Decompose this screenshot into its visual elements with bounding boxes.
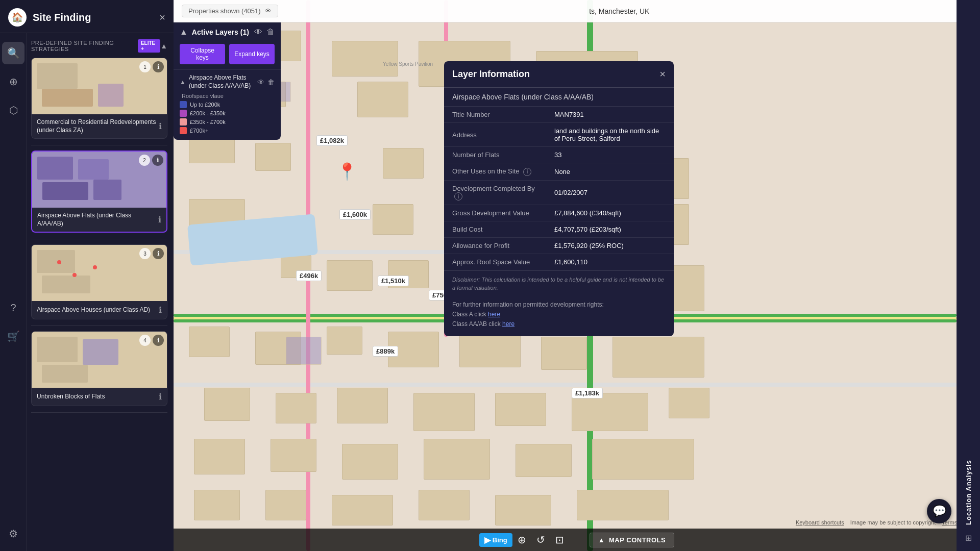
- bottom-bar: ▶ Bing ⊕ ↺ ⊡ ▲ MAP CONTROLS: [174, 529, 980, 551]
- sidebar-close-button[interactable]: ×: [159, 12, 165, 23]
- price-label: £1,082k: [316, 135, 348, 146]
- info-value-roof-value: £1,600,110: [546, 254, 674, 270]
- legend-label-3: £700k+: [190, 128, 208, 134]
- layers-panel-header[interactable]: ▲ Active Layers (1) 👁 🗑: [174, 22, 281, 42]
- right-tab-icon[interactable]: ⊞: [965, 533, 972, 543]
- sidebar-title: Site Finding: [33, 12, 153, 23]
- layers-buttons: Collapse keys Expand keys: [174, 42, 281, 69]
- info-label-num-flats: Number of Flats: [444, 147, 546, 163]
- map-pin[interactable]: 📍: [337, 162, 357, 181]
- section-header: Pre-defined site finding strategies ELIT…: [31, 39, 167, 53]
- logo-icon: 🏠: [12, 12, 23, 23]
- legend-label-0: Up to £200k: [190, 102, 220, 108]
- reset-view-button[interactable]: ↺: [531, 529, 550, 551]
- price-label: £889k: [373, 346, 398, 357]
- info-label-gdv: Gross Development Value: [444, 205, 546, 221]
- strategy-card-2[interactable]: 2 ℹ Airspace Above Flats (under Class A/…: [31, 151, 167, 233]
- info-value-other-uses: None: [546, 163, 674, 181]
- collapse-keys-button[interactable]: Collapse keys: [180, 44, 225, 64]
- top-bar: Properties shown (4051) 👁 ts, Manchester…: [174, 0, 980, 22]
- other-uses-info-icon[interactable]: i: [523, 168, 531, 176]
- legend-row-3: £700k+: [180, 127, 275, 134]
- class-a-link[interactable]: here: [488, 311, 500, 318]
- layer-info-subtitle: Airspace Above Flats (under Class A/AA/A…: [444, 88, 674, 107]
- class-aa-link[interactable]: here: [502, 320, 514, 328]
- keyboard-shortcuts-link[interactable]: Keyboard shortcuts: [796, 519, 844, 525]
- strategy-card-4[interactable]: 4 ℹ Unbroken Blocks of Flats ℹ: [31, 331, 167, 406]
- measure-button[interactable]: ⊡: [550, 529, 569, 551]
- layer-info-close-button[interactable]: ×: [659, 68, 666, 80]
- nav-help-icon[interactable]: ?: [2, 296, 24, 319]
- legend-color-2: [180, 118, 187, 126]
- info-label-build-cost: Build Cost: [444, 221, 546, 238]
- layers-collapse-arrow[interactable]: ▲: [180, 28, 188, 37]
- layer-item-1-collapse-arrow[interactable]: ▲: [180, 79, 186, 86]
- strategy-card-3-footer: Airspace Above Houses (under Class AD) ℹ: [32, 301, 167, 319]
- layer-info-title: Layer Information: [452, 69, 530, 80]
- bing-text: Bing: [493, 536, 507, 544]
- layers-panel: ▲ Active Layers (1) 👁 🗑 Collapse keys Ex…: [174, 22, 281, 140]
- strategy-1-info-button[interactable]: ℹ: [153, 61, 164, 72]
- locate-me-button[interactable]: ⊕: [512, 529, 531, 551]
- nav-search-icon[interactable]: 🔍: [2, 42, 24, 64]
- strategy-card-3-info-icon[interactable]: ℹ: [159, 305, 162, 315]
- right-sidebar-tab: Location Analysis ⊞: [957, 0, 980, 551]
- strategy-card-4-image: 4 ℹ: [32, 332, 167, 388]
- layer-info-disclaimer: Disclaimer: This calculation is intended…: [444, 270, 674, 297]
- strategy-card-2-footer: Airspace Above Flats (under Class A/AA/A…: [32, 208, 166, 232]
- strategy-card-1-image: 1 ℹ: [32, 58, 167, 114]
- nav-gear-icon[interactable]: ⚙: [2, 522, 24, 545]
- layer-item-1-delete-icon[interactable]: 🗑: [267, 78, 275, 86]
- info-value-address: land and buildings on the north side of …: [546, 123, 674, 147]
- info-label-allowance-profit: Allowance for Profit: [444, 238, 546, 254]
- nav-layers-icon[interactable]: ⊕: [2, 70, 24, 93]
- dev-completed-info-icon[interactable]: i: [454, 192, 462, 201]
- info-value-allowance-profit: £1,576,920 (25% ROC): [546, 238, 674, 254]
- sidebar-content: Pre-defined site finding strategies ELIT…: [27, 33, 174, 551]
- strategy-card-2-info-icon[interactable]: ℹ: [158, 215, 161, 224]
- strategy-1-id-badge: 1: [139, 61, 151, 72]
- layer-item-1-legend-title: Roofspace vlaue: [180, 93, 275, 99]
- info-row-dev-completed: Development Completed By i 01/02/2007: [444, 180, 674, 205]
- properties-shown-text: Properties shown (4051): [188, 7, 261, 15]
- legend-row-2: £350k - £700k: [180, 118, 275, 126]
- nav-settings-icon[interactable]: ⬡: [2, 99, 24, 121]
- info-row-allowance-profit: Allowance for Profit £1,576,920 (25% ROC…: [444, 238, 674, 254]
- layer-item-1-visibility-icon[interactable]: 👁: [257, 78, 264, 86]
- sidebar-nav: 🔍 ⊕ ⬡ ? 🛒 ⚙: [0, 36, 27, 551]
- elite-badge: ELITE +: [138, 39, 160, 53]
- layer-info-further: For further information on permitted dev…: [444, 297, 674, 337]
- nav-basket-icon[interactable]: 🛒: [2, 325, 24, 347]
- expand-keys-button[interactable]: Expand keys: [229, 44, 275, 64]
- strategy-card-1[interactable]: 1 ℹ Commercial to Residential Redevelopm…: [31, 58, 167, 139]
- strategy-card-4-info-icon[interactable]: ℹ: [159, 392, 162, 402]
- strategy-card-2-image: 2 ℹ: [32, 152, 166, 208]
- info-row-num-flats: Number of Flats 33: [444, 147, 674, 163]
- location-analysis-tab[interactable]: Location Analysis: [965, 0, 972, 533]
- strategy-card-1-info-icon[interactable]: ℹ: [159, 121, 162, 131]
- info-label-roof-value: Approx. Roof Space Value: [444, 254, 546, 270]
- info-row-gdv: Gross Development Value £7,884,600 (£340…: [444, 205, 674, 221]
- strategy-card-4-footer: Unbroken Blocks of Flats ℹ: [32, 388, 167, 406]
- info-label-other-uses: Other Uses on the Site i: [444, 163, 546, 181]
- collapse-section-button[interactable]: ▲: [160, 42, 167, 50]
- info-row-roof-value: Approx. Roof Space Value £1,600,110: [444, 254, 674, 270]
- layer-item-1-header: ▲ Airspace Above Flats (under Class A/AA…: [180, 74, 275, 90]
- legend-color-1: [180, 110, 187, 117]
- info-row-address: Address land and buildings on the north …: [444, 123, 674, 147]
- map-controls-chevron-icon: ▲: [598, 536, 605, 544]
- layers-visibility-icon[interactable]: 👁: [254, 28, 262, 37]
- strategy-card-3-image: 3 ℹ: [32, 245, 167, 301]
- divider-2: [31, 239, 167, 239]
- layers-panel-title: Active Layers (1): [192, 28, 250, 36]
- bottom-credits: Keyboard shortcuts Image may be subject …: [796, 519, 975, 525]
- map-controls-button[interactable]: ▲ MAP CONTROLS: [590, 533, 675, 547]
- properties-shown-badge[interactable]: Properties shown (4051) 👁: [182, 5, 278, 17]
- strategy-card-3[interactable]: 3 ℹ Airspace Above Houses (under Class A…: [31, 244, 167, 319]
- copyright-text: Image may be subject to copyright: [850, 519, 936, 525]
- layers-delete-icon[interactable]: 🗑: [266, 28, 275, 37]
- app-logo: 🏠: [8, 8, 27, 27]
- price-label: £1,600k: [339, 209, 371, 220]
- chat-button[interactable]: 💬: [927, 499, 951, 523]
- strategy-card-4-name: Unbroken Blocks of Flats: [37, 393, 105, 401]
